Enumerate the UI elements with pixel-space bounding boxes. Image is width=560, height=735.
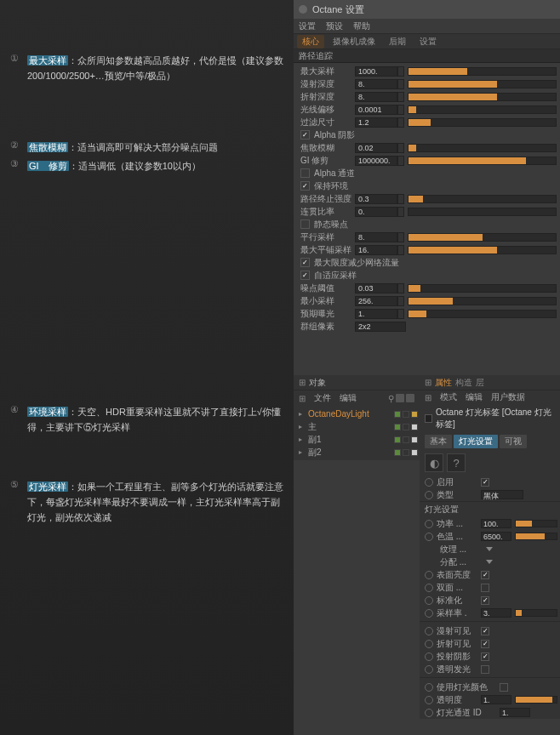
atab-basic[interactable]: 基本: [425, 435, 452, 448]
obj-row-sub2[interactable]: ▸副2: [295, 446, 418, 459]
tab-camera[interactable]: 摄像机成像: [328, 35, 380, 48]
spin[interactable]: [397, 66, 404, 77]
chk-keepenv[interactable]: [300, 181, 310, 191]
window-titlebar[interactable]: Octane 设置: [294, 0, 560, 19]
tag-icon: [425, 414, 432, 423]
atab-light[interactable]: 灯光设置: [454, 435, 498, 448]
dropdown-icon[interactable]: [486, 560, 493, 564]
chk-alphashadow[interactable]: [300, 130, 310, 140]
attr-menu-edit[interactable]: 编辑: [466, 391, 483, 403]
note-1: 最大采样：众所周知参数越高品质越好，代价是慢（建议参数200/1000/2500…: [27, 53, 283, 83]
objects-title: 对象: [309, 377, 326, 389]
note-4: 环境采样：天空、HDR重要采样这里就不讲了直接打上√你懂得，主要讲下⑤灯光采样: [27, 404, 283, 435]
val-temp[interactable]: 6500.: [481, 532, 511, 541]
render-icon[interactable]: ◐: [425, 453, 443, 472]
menubar: 设置 预设 帮助: [294, 19, 560, 34]
tab-post[interactable]: 后期: [384, 35, 411, 48]
app-icon: [299, 5, 307, 14]
help-icon[interactable]: ?: [447, 453, 466, 472]
params-group-1: 最大采样1000. 漫射深度8. 折射深度8. 光线偏移0.0001 过滤尺寸1…: [294, 63, 560, 334]
note-num-1: ①: [10, 53, 22, 64]
val-maxsamples[interactable]: 1000.: [355, 66, 397, 77]
dropdown-icon[interactable]: [486, 547, 493, 551]
attributes-panel: ⊞属性构造层 ⊞ 模式 编辑 用户数据 Octane 灯光标签 [Octane …: [420, 375, 560, 719]
menu-settings[interactable]: 设置: [299, 20, 316, 32]
filter-icon[interactable]: [406, 394, 414, 402]
annotation-panel: ① 最大采样：众所周知参数越高品质越好，代价是慢（建议参数200/1000/25…: [0, 0, 294, 735]
window-title: Octane 设置: [312, 3, 364, 16]
chk-static[interactable]: [300, 219, 310, 229]
lbl-samplerate: 采样率 .: [437, 607, 477, 619]
note-num-4: ④: [10, 404, 22, 415]
lbl-giclip: GI 修剪: [297, 155, 355, 167]
obj-menu-edit[interactable]: 编辑: [340, 392, 357, 404]
sel-grouppx[interactable]: 2x2: [355, 322, 406, 332]
tabbar: 核心 摄像机成像 后期 设置: [294, 34, 560, 49]
attr-menu-mode[interactable]: 模式: [440, 391, 457, 403]
attr-title: 属性: [435, 377, 452, 389]
note-num-2: ②: [10, 140, 22, 151]
obj-row-daylight[interactable]: ▸OctaneDayLight: [295, 407, 418, 420]
obj-row-sub1[interactable]: ▸副1: [295, 433, 418, 446]
slider-maxsamples[interactable]: [408, 67, 557, 76]
lbl-caustic: 焦散模糊: [297, 142, 355, 154]
tab-config[interactable]: 设置: [414, 35, 442, 48]
note-5: 灯光采样：如果一个工程里有主、副等多个灯光的话就要注意下，每盏灯光采样率最好不要…: [27, 479, 283, 525]
atab-visible[interactable]: 可视: [500, 435, 527, 448]
note-num-3: ③: [10, 158, 22, 169]
search-icon[interactable]: ⚲: [388, 394, 394, 403]
lbl-maxsamples: 最大采样: [297, 66, 355, 77]
menu-help[interactable]: 帮助: [353, 20, 370, 32]
chk-alphach[interactable]: [300, 168, 310, 178]
note-num-5: ⑤: [10, 479, 22, 490]
tab-core[interactable]: 核心: [297, 35, 324, 48]
sel-type[interactable]: 黑体: [481, 490, 523, 499]
sect-lightsettings: 灯光设置: [420, 501, 560, 517]
view-icon[interactable]: [396, 394, 404, 402]
note-2: 焦散模糊：适当调高即可解决大部分噪点问题: [27, 140, 283, 155]
menu-presets[interactable]: 预设: [326, 20, 343, 32]
obj-menu-file[interactable]: 文件: [314, 392, 331, 404]
chk-enable[interactable]: [481, 478, 489, 487]
note-3: GI 修剪：适当调低（建议参数10以内）: [27, 158, 283, 174]
val-power[interactable]: 100.: [481, 519, 511, 528]
attr-menu-user[interactable]: 用户数据: [491, 391, 525, 403]
section-pathtracing: 路径追踪: [294, 49, 560, 63]
objects-panel: ⊞对象 ⊞ 文件 编辑 ⚲ ▸OctaneDayLight ▸主 ▸副1 ▸副2: [294, 375, 420, 460]
obj-row-main[interactable]: ▸主: [295, 420, 418, 433]
